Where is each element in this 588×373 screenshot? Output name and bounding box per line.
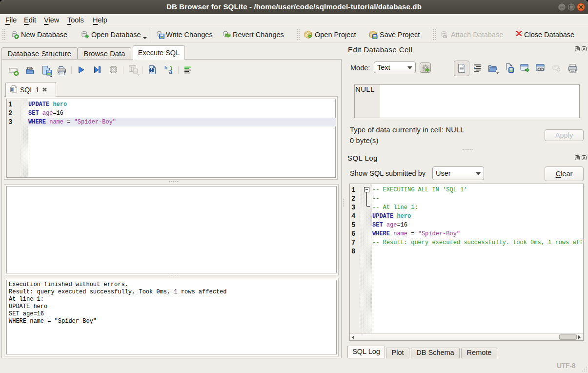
svg-text:b: b xyxy=(164,65,167,70)
